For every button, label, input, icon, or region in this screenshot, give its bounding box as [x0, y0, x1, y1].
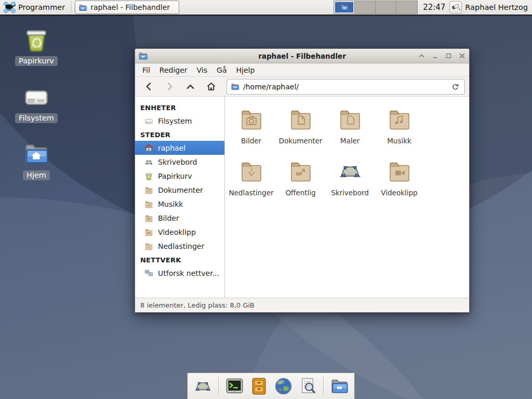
close-button[interactable]	[458, 52, 466, 60]
workspace-pager[interactable]	[334, 1, 418, 14]
file-item-maler[interactable]: Maler	[325, 103, 375, 155]
places-sidebar: ENHETERFilsystemSTEDERraphaelSkrivebordP…	[135, 97, 225, 298]
sidebar-item-label: Dokumenter	[158, 186, 203, 194]
file-manager-window: raphael - Filbehandler FilRedigerVisGåHj…	[135, 48, 470, 313]
panel-grip-handle[interactable]	[70, 2, 73, 13]
file-item-nedlastinger[interactable]: Nedlastinger	[227, 155, 276, 207]
folder-music-icon	[387, 107, 412, 132]
clock: 22:47	[423, 3, 445, 12]
drive-icon	[23, 84, 50, 111]
sidebar-item-label: Filsystem	[158, 117, 192, 125]
desktop-icon-hjem[interactable]: Hjem	[8, 141, 65, 180]
blue-folder-icon	[340, 4, 349, 11]
sidebar-item-label: Utforsk nettver...	[158, 269, 219, 277]
minimize-button[interactable]	[431, 52, 439, 60]
trash-icon	[144, 172, 153, 180]
sidebar-item-papirkurv[interactable]: Papirkurv	[135, 169, 224, 183]
sidebar-item-label: Videoklipp	[158, 228, 196, 236]
sidebar-item-bilder[interactable]: Bilder	[135, 211, 224, 225]
sidebar-item-dokumenter[interactable]: Dokumenter	[135, 183, 224, 197]
sidebar-item-skrivebord[interactable]: Skrivebord	[135, 155, 224, 169]
dock-file-manager-button[interactable]	[329, 376, 349, 396]
folder-downloads-icon	[239, 159, 264, 184]
pager-workspace-4[interactable]	[396, 1, 417, 14]
desktop-icon-label: Filsystem	[15, 113, 58, 123]
file-item-videoklipp[interactable]: Videoklipp	[375, 155, 424, 207]
forward-button[interactable]	[160, 79, 179, 95]
home-folder-icon	[23, 141, 50, 168]
dock-separator	[218, 377, 219, 395]
desktop-icon-papirkurv[interactable]: Papirkurv	[8, 27, 65, 66]
blue-folder-icon	[231, 83, 240, 90]
up-button[interactable]	[181, 79, 200, 95]
back-button[interactable]	[139, 79, 158, 95]
folder-downloads-icon	[144, 242, 153, 250]
sidebar-item-raphael[interactable]: raphael	[135, 141, 224, 155]
dock-file-cabinet-button[interactable]	[249, 376, 269, 396]
file-item-label: Videoklipp	[381, 189, 417, 197]
window-titlebar[interactable]: raphael - Filbehandler	[135, 49, 469, 63]
menu-vis[interactable]: Vis	[192, 64, 212, 76]
pager-workspace-2[interactable]	[355, 1, 376, 14]
statusbar: 8 ielementer, Ledig plass: 8,0 GiB	[135, 298, 469, 312]
trash-icon	[23, 27, 50, 54]
sidebar-item-utforsknettver[interactable]: Utforsk nettver...	[135, 266, 224, 280]
folder-templates-icon	[338, 107, 363, 132]
home-icon	[144, 144, 153, 152]
file-item-offentlig[interactable]: Offentlig	[276, 155, 325, 207]
folder-videos-icon	[144, 228, 153, 236]
folder-music-icon	[144, 200, 153, 208]
menubar: FilRedigerVisGåHjelp	[135, 63, 469, 77]
sidebar-item-label: Skrivebord	[158, 158, 197, 166]
location-path[interactable]: /home/raphael/	[243, 83, 446, 91]
xfce-mouse-logo-icon[interactable]	[3, 1, 16, 14]
sidebar-item-videoklipp[interactable]: Videoklipp	[135, 225, 224, 239]
dock-web-browser-button[interactable]	[273, 376, 293, 396]
sidebar-item-nedlastinger[interactable]: Nedlastinger	[135, 239, 224, 253]
reload-button[interactable]	[449, 81, 461, 92]
maximize-button[interactable]	[444, 52, 453, 60]
folder-pictures-icon	[239, 107, 264, 132]
folder-public-icon	[288, 159, 313, 184]
sidebar-item-label: Papirkurv	[158, 172, 192, 180]
sidebar-item-filsystem[interactable]: Filsystem	[135, 114, 224, 128]
file-item-label: Offentlig	[285, 189, 315, 197]
user-name: Raphael Hertzog	[465, 3, 528, 11]
file-item-skrivebord[interactable]: Skrivebord	[325, 155, 375, 207]
dock-terminal-button[interactable]	[224, 376, 244, 396]
location-bar[interactable]: /home/raphael/	[227, 79, 465, 95]
folder-pictures-icon	[144, 214, 153, 222]
status-text: 8 ielementer, Ledig plass: 8,0 GiB	[140, 301, 255, 309]
pager-workspace-1[interactable]	[334, 1, 355, 14]
menu-fil[interactable]: Fil	[138, 64, 155, 76]
desktop-icon-filsystem[interactable]: Filsystem	[8, 84, 65, 123]
applications-menu-button[interactable]: Programmer	[18, 3, 65, 11]
menu-g[interactable]: Gå	[212, 64, 231, 76]
user-menu-button[interactable]	[449, 1, 462, 14]
file-item-label: Nedlastinger	[229, 189, 273, 197]
desktop-icon-label: Papirkurv	[15, 56, 58, 66]
file-item-dokumenter[interactable]: Dokumenter	[276, 103, 325, 155]
menu-hjelp[interactable]: Hjelp	[231, 64, 259, 76]
desktop-icon	[338, 159, 363, 184]
dock-search-files-button[interactable]	[298, 376, 317, 396]
file-item-bilder[interactable]: Bilder	[227, 103, 276, 155]
taskbar-window-button[interactable]: raphael - Filbehandler	[75, 1, 179, 14]
desktop-icon	[144, 158, 153, 166]
pager-workspace-3[interactable]	[376, 1, 396, 14]
bottom-dock	[187, 373, 355, 399]
home-button[interactable]	[202, 79, 220, 95]
sidebar-item-musikk[interactable]: Musikk	[135, 197, 224, 211]
shade-button[interactable]	[417, 52, 425, 60]
menu-rediger[interactable]: Rediger	[155, 64, 192, 76]
file-item-label: Maler	[340, 137, 360, 145]
dock-show-desktop-button[interactable]	[193, 376, 212, 396]
sidebar-item-label: Bilder	[158, 214, 179, 222]
folder-documents-icon	[144, 186, 153, 194]
folder-documents-icon	[288, 107, 313, 132]
file-item-musikk[interactable]: Musikk	[375, 103, 424, 155]
file-item-label: Bilder	[241, 137, 261, 145]
sidebar-header-nettverk: NETTVERK	[135, 253, 224, 266]
sidebar-item-label: Nedlastinger	[158, 242, 204, 250]
file-view[interactable]: BilderDokumenterMalerMusikkNedlastingerO…	[225, 97, 469, 298]
